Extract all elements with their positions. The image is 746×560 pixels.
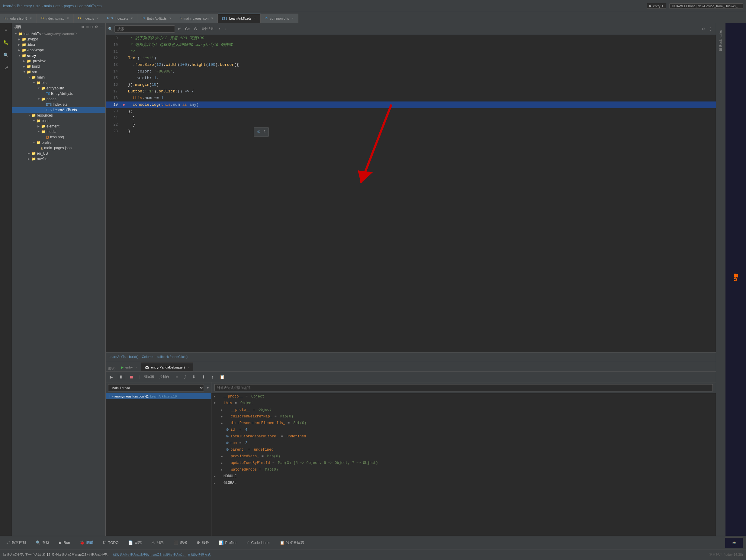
breadcrumb-item-5[interactable]: ets xyxy=(55,4,60,8)
tree-rawfile[interactable]: ▶ 📁 rawfile xyxy=(12,156,106,162)
tree-root[interactable]: ▼ 📁 learnArkTs ~/wangkai/qf/learnArkTs xyxy=(12,31,106,36)
tree-ets[interactable]: ▼ 📁 ets xyxy=(12,80,106,85)
tree-media[interactable]: ▼ 📁 media xyxy=(12,129,106,134)
var-update-func[interactable]: ▶ updateFuncByElmtId = Map(3) {5 => Obje… xyxy=(211,460,716,466)
resume-btn[interactable]: ▶ xyxy=(108,374,114,380)
debug-tab-panda[interactable]: 🐼 entry(PandaDebugger) × xyxy=(141,363,193,371)
tree-entryability[interactable]: ▼ 📁 entryability xyxy=(12,85,106,91)
status-btn-code-linter[interactable]: ✓ Code Linter xyxy=(244,539,272,546)
var-local-storage[interactable]: ① localStoragebackStore_ = undefined xyxy=(211,433,716,440)
tree-hvigor[interactable]: ▶ 📁 .hvigor xyxy=(12,36,106,42)
git-icon-btn[interactable]: ⎇ xyxy=(1,63,11,73)
tree-preview[interactable]: ▶ 📁 .preview xyxy=(12,58,106,64)
search-input[interactable] xyxy=(114,25,175,33)
step-into-btn[interactable]: ⬇ xyxy=(191,374,197,380)
add-file-icon[interactable]: ⊕ xyxy=(81,25,84,29)
debug-tab-entry[interactable]: ▶ entry × xyxy=(117,363,141,371)
stop-btn[interactable]: ⏹ xyxy=(128,374,135,380)
bookmarks-label[interactable]: Bookmarks xyxy=(718,29,723,48)
tree-main-pages-json[interactable]: {} main_pages.json xyxy=(12,145,106,151)
pause-btn[interactable]: ⏸ xyxy=(117,374,125,380)
word-btn[interactable]: W xyxy=(193,26,198,32)
breadcrumb-item-6[interactable]: pages xyxy=(64,4,74,8)
step-over-btn[interactable]: ⤴ xyxy=(182,374,188,380)
var-global[interactable]: ▶ GLOBAL xyxy=(211,480,716,486)
tree-en-us[interactable]: ▶ 📁 en_US xyxy=(12,151,106,156)
run-to-cursor-btn[interactable]: ↕ xyxy=(210,374,215,380)
status-btn-todo[interactable]: ☑ TODO xyxy=(101,539,121,546)
var-children-map[interactable]: ▶ childrenWeakrefMap_ = Map(0) xyxy=(211,413,716,420)
tree-resources[interactable]: ▼ 📁 resources xyxy=(12,113,106,118)
var-provided-vars[interactable]: ▶ providedVars_ = Map(0) xyxy=(211,453,716,460)
case-btn[interactable]: Cc xyxy=(184,26,191,32)
var-dirt-desc[interactable]: ▶ dirtDescendantElementIds_ = Set(0) xyxy=(211,420,716,426)
tree-profile[interactable]: ▼ 📁 profile xyxy=(12,140,106,145)
tab-close-learn-ark-ts-ets[interactable]: × xyxy=(253,17,257,21)
next-result-btn[interactable]: ↓ xyxy=(224,26,228,32)
tree-appscope[interactable]: ▶ 📁 AppScope xyxy=(12,48,106,53)
status-btn-preview-log[interactable]: 📋 预览器日志 xyxy=(277,539,307,547)
filter-results-btn[interactable]: ⚙ xyxy=(700,26,706,32)
var-nested-proto[interactable]: ▶ __proto__ = Object xyxy=(211,407,716,413)
tab-close-common-d-ts[interactable]: × xyxy=(291,16,294,20)
phone-selector[interactable]: HUAWEI Phone [NewDevice_from_Huawei_... xyxy=(669,3,743,9)
tab-index-ets[interactable]: ETS Index.ets × xyxy=(103,13,137,23)
collapse-all-icon[interactable]: ⊟ xyxy=(90,25,93,29)
tree-main[interactable]: ▼ 📁 main xyxy=(12,75,106,80)
tab-learn-ark-ts-ets[interactable]: ETS LearnArkTs.ets × xyxy=(218,13,261,23)
tab-close-index-js[interactable]: × xyxy=(96,16,99,20)
add-folder-icon[interactable]: ⊞ xyxy=(86,25,88,29)
breadcrumb-item-1[interactable]: learnArkTs xyxy=(3,4,20,8)
notification-dismiss[interactable]: 不再显示 (today 16:38) xyxy=(709,553,743,557)
tree-icon-png[interactable]: 🖼 icon.png xyxy=(12,134,106,140)
tab-close-main-pages-json[interactable]: × xyxy=(210,16,214,20)
watch-input[interactable] xyxy=(214,384,713,391)
call-stack-item-0[interactable]: ⏸ <anonymous function>(), LearnArkTs.ets… xyxy=(106,393,211,399)
tab-index-js[interactable]: JS Index.js × xyxy=(74,13,103,23)
tab-close-module-json5[interactable]: × xyxy=(29,16,33,20)
tab-module-json5[interactable]: {} module.json5 × xyxy=(0,13,36,23)
tree-build[interactable]: ▶ 📁 build xyxy=(12,64,106,69)
status-breadcrumb-2[interactable]: build() xyxy=(129,355,138,359)
status-btn-find[interactable]: 🔍 查找 xyxy=(33,539,52,547)
status-btn-services[interactable]: ⚙ 服务 xyxy=(194,539,211,547)
status-btn-problems[interactable]: ⚠ 问题 xyxy=(149,539,166,547)
breadcrumb-item-2[interactable]: entry xyxy=(24,4,32,8)
status-breadcrumb-4[interactable]: callback for onClick() xyxy=(157,355,188,359)
tree-element[interactable]: ▶ 📁 element xyxy=(12,123,106,129)
thread-selector[interactable]: Main Thread xyxy=(108,384,204,391)
tab-index-js-map[interactable]: JS Index.js.map × xyxy=(36,13,74,23)
tree-src[interactable]: ▼ 📁 src xyxy=(12,69,106,75)
status-btn-profiler[interactable]: 📊 Profiler xyxy=(216,539,239,546)
structure-label[interactable]: 结构 xyxy=(718,53,723,55)
show-frames-btn[interactable]: ≡ xyxy=(174,374,179,380)
line-gutter-19-breakpoint[interactable]: ● xyxy=(121,102,127,108)
tree-pages[interactable]: ▼ 📁 pages xyxy=(12,96,106,102)
step-out-btn[interactable]: ⬆ xyxy=(200,374,207,380)
status-breadcrumb-3[interactable]: Column xyxy=(142,355,153,359)
debug-tab-panda-close[interactable]: × xyxy=(188,365,190,369)
tab-entry-ability-ts[interactable]: TS EntryAbility.ts × xyxy=(137,13,176,23)
status-breadcrumb-1[interactable]: LearnArkTs xyxy=(109,355,126,359)
tree-idea[interactable]: ▶ 📁 .idea xyxy=(12,42,106,48)
var-id[interactable]: ① id_ = 4 xyxy=(211,426,716,433)
settings-icon[interactable]: ⚙ xyxy=(95,25,98,29)
status-btn-run[interactable]: ▶ Run xyxy=(56,539,73,546)
tab-close-entry-ability-ts[interactable]: × xyxy=(169,16,172,20)
breadcrumb-item-3[interactable]: src xyxy=(35,4,40,8)
status-btn-debug[interactable]: 🐞 调试 xyxy=(77,539,96,547)
evaluate-btn[interactable]: 📋 xyxy=(218,374,226,380)
var-this[interactable]: ▼ this = Object xyxy=(211,400,716,407)
var-parent[interactable]: ① parent_ = undefined xyxy=(211,446,716,453)
debug-tab-entry-close[interactable]: × xyxy=(136,365,138,369)
code-editor[interactable]: 9 * 以下为字体大小12 宽度 100 高度100 10 * 边框宽度为1 边… xyxy=(106,35,716,352)
device-selector[interactable]: ▶ entry ▾ xyxy=(647,3,666,9)
tab-common-d-ts[interactable]: TS common.d.ts × xyxy=(261,13,298,23)
notification-link-2[interactable]: // 修改快捷方式 xyxy=(188,553,211,557)
status-btn-terminal[interactable]: ⬛ 终端 xyxy=(171,539,190,547)
var-watched-props[interactable]: ▶ watchedProps = Map(0) xyxy=(211,466,716,473)
var-module[interactable]: ▶ MODULE xyxy=(211,473,716,480)
var-num[interactable]: ① num = 2 xyxy=(211,440,716,446)
debug-icon-btn[interactable]: 🐛 xyxy=(1,37,11,47)
search-icon-btn[interactable]: 🔍 xyxy=(1,50,11,60)
